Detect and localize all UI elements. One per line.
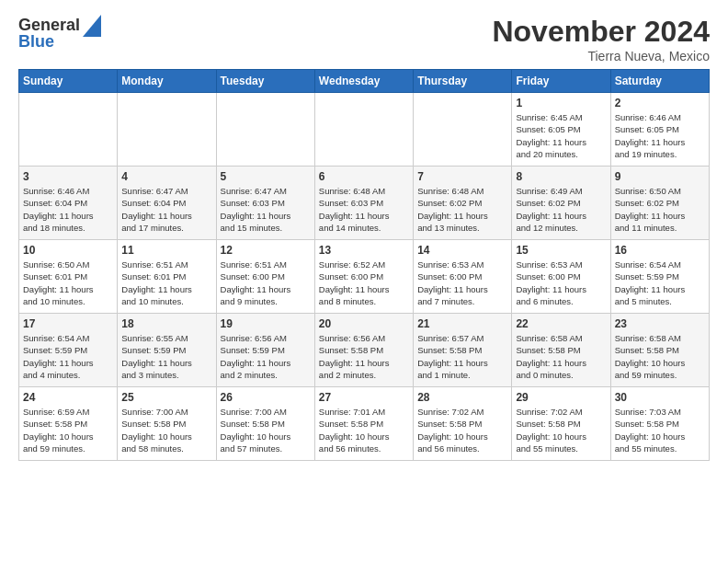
calendar-week-row: 3Sunrise: 6:46 AM Sunset: 6:04 PM Daylig… [19, 167, 710, 240]
table-row: 18Sunrise: 6:55 AM Sunset: 5:59 PM Dayli… [118, 314, 216, 387]
day-number: 26 [221, 391, 311, 404]
header-friday: Friday [512, 70, 610, 93]
day-number: 29 [516, 391, 606, 404]
table-row [216, 93, 314, 167]
day-info: Sunrise: 6:56 AM Sunset: 5:58 PM Dayligh… [319, 332, 409, 381]
table-row: 13Sunrise: 6:52 AM Sunset: 6:00 PM Dayli… [314, 240, 413, 314]
calendar-table: Sunday Monday Tuesday Wednesday Thursday… [18, 69, 710, 461]
day-number: 23 [615, 317, 705, 330]
day-number: 11 [121, 244, 211, 257]
table-row [19, 93, 118, 167]
day-number: 8 [516, 170, 606, 183]
day-info: Sunrise: 6:50 AM Sunset: 6:02 PM Dayligh… [615, 185, 705, 234]
calendar-week-row: 10Sunrise: 6:50 AM Sunset: 6:01 PM Dayli… [19, 240, 710, 314]
day-number: 27 [319, 391, 409, 404]
page: General Blue November 2024 Tierra Nueva,… [0, 0, 728, 563]
table-row: 23Sunrise: 6:58 AM Sunset: 5:58 PM Dayli… [610, 314, 709, 387]
day-info: Sunrise: 6:54 AM Sunset: 5:59 PM Dayligh… [615, 259, 705, 307]
table-row: 9Sunrise: 6:50 AM Sunset: 6:02 PM Daylig… [610, 167, 709, 240]
day-number: 7 [417, 170, 507, 183]
day-number: 14 [417, 244, 507, 257]
day-info: Sunrise: 6:54 AM Sunset: 5:59 PM Dayligh… [23, 332, 113, 381]
table-row [314, 93, 413, 167]
day-info: Sunrise: 7:02 AM Sunset: 5:58 PM Dayligh… [516, 406, 606, 454]
table-row: 5Sunrise: 6:47 AM Sunset: 6:03 PM Daylig… [216, 167, 314, 240]
header-monday: Monday [118, 70, 216, 93]
table-row: 1Sunrise: 6:45 AM Sunset: 6:05 PM Daylig… [512, 93, 610, 167]
table-row: 20Sunrise: 6:56 AM Sunset: 5:58 PM Dayli… [314, 314, 413, 387]
day-number: 30 [615, 391, 705, 404]
header-saturday: Saturday [610, 70, 709, 93]
header-tuesday: Tuesday [216, 70, 314, 93]
day-info: Sunrise: 6:56 AM Sunset: 5:59 PM Dayligh… [221, 332, 311, 381]
day-info: Sunrise: 6:48 AM Sunset: 6:02 PM Dayligh… [417, 185, 507, 234]
calendar-week-row: 17Sunrise: 6:54 AM Sunset: 5:59 PM Dayli… [19, 314, 710, 387]
day-number: 18 [121, 317, 211, 330]
day-info: Sunrise: 6:51 AM Sunset: 6:00 PM Dayligh… [221, 259, 311, 307]
day-info: Sunrise: 6:53 AM Sunset: 6:00 PM Dayligh… [417, 259, 507, 307]
day-info: Sunrise: 6:51 AM Sunset: 6:01 PM Dayligh… [121, 259, 211, 307]
table-row: 30Sunrise: 7:03 AM Sunset: 5:58 PM Dayli… [610, 387, 709, 461]
table-row: 26Sunrise: 7:00 AM Sunset: 5:58 PM Dayli… [216, 387, 314, 461]
day-info: Sunrise: 6:55 AM Sunset: 5:59 PM Dayligh… [121, 332, 211, 381]
day-number: 21 [417, 317, 507, 330]
header-thursday: Thursday [414, 70, 512, 93]
day-number: 9 [615, 170, 705, 183]
table-row: 27Sunrise: 7:01 AM Sunset: 5:58 PM Dayli… [314, 387, 413, 461]
table-row: 15Sunrise: 6:53 AM Sunset: 6:00 PM Dayli… [512, 240, 610, 314]
table-row: 8Sunrise: 6:49 AM Sunset: 6:02 PM Daylig… [512, 167, 610, 240]
table-row: 17Sunrise: 6:54 AM Sunset: 5:59 PM Dayli… [19, 314, 118, 387]
day-info: Sunrise: 6:47 AM Sunset: 6:03 PM Dayligh… [221, 185, 311, 234]
day-number: 2 [615, 97, 705, 109]
table-row [414, 93, 512, 167]
table-row: 7Sunrise: 6:48 AM Sunset: 6:02 PM Daylig… [414, 167, 512, 240]
table-row: 16Sunrise: 6:54 AM Sunset: 5:59 PM Dayli… [610, 240, 709, 314]
day-number: 19 [221, 317, 311, 330]
day-number: 1 [516, 97, 606, 109]
day-number: 5 [221, 170, 311, 183]
table-row [118, 93, 216, 167]
table-row: 2Sunrise: 6:46 AM Sunset: 6:05 PM Daylig… [610, 93, 709, 167]
table-row: 6Sunrise: 6:48 AM Sunset: 6:03 PM Daylig… [314, 167, 413, 240]
day-number: 20 [319, 317, 409, 330]
table-row: 28Sunrise: 7:02 AM Sunset: 5:58 PM Dayli… [414, 387, 512, 461]
day-info: Sunrise: 6:50 AM Sunset: 6:01 PM Dayligh… [23, 259, 113, 307]
header: General Blue November 2024 Tierra Nueva,… [18, 15, 710, 63]
day-number: 4 [121, 170, 211, 183]
day-info: Sunrise: 6:57 AM Sunset: 5:58 PM Dayligh… [417, 332, 507, 381]
day-info: Sunrise: 7:00 AM Sunset: 5:58 PM Dayligh… [121, 406, 211, 454]
day-info: Sunrise: 6:48 AM Sunset: 6:03 PM Dayligh… [319, 185, 409, 234]
title-block: November 2024 Tierra Nueva, Mexico [492, 15, 710, 63]
day-info: Sunrise: 6:59 AM Sunset: 5:58 PM Dayligh… [23, 406, 113, 454]
day-info: Sunrise: 6:58 AM Sunset: 5:58 PM Dayligh… [516, 332, 606, 381]
calendar-week-row: 24Sunrise: 6:59 AM Sunset: 5:58 PM Dayli… [19, 387, 710, 461]
day-number: 22 [516, 317, 606, 330]
day-info: Sunrise: 6:46 AM Sunset: 6:05 PM Dayligh… [615, 111, 705, 160]
day-info: Sunrise: 6:49 AM Sunset: 6:02 PM Dayligh… [516, 185, 606, 234]
table-row: 22Sunrise: 6:58 AM Sunset: 5:58 PM Dayli… [512, 314, 610, 387]
day-info: Sunrise: 6:52 AM Sunset: 6:00 PM Dayligh… [319, 259, 409, 307]
day-number: 13 [319, 244, 409, 257]
header-sunday: Sunday [19, 70, 118, 93]
day-info: Sunrise: 6:47 AM Sunset: 6:04 PM Dayligh… [121, 185, 211, 234]
day-info: Sunrise: 7:00 AM Sunset: 5:58 PM Dayligh… [221, 406, 311, 454]
day-number: 24 [23, 391, 113, 404]
table-row: 3Sunrise: 6:46 AM Sunset: 6:04 PM Daylig… [19, 167, 118, 240]
table-row: 12Sunrise: 6:51 AM Sunset: 6:00 PM Dayli… [216, 240, 314, 314]
logo-blue: Blue [18, 33, 54, 52]
day-info: Sunrise: 6:46 AM Sunset: 6:04 PM Dayligh… [23, 185, 113, 234]
table-row: 24Sunrise: 6:59 AM Sunset: 5:58 PM Dayli… [19, 387, 118, 461]
calendar-title: November 2024 [492, 15, 710, 49]
day-info: Sunrise: 6:45 AM Sunset: 6:05 PM Dayligh… [516, 111, 606, 160]
logo-triangle-icon [83, 15, 101, 37]
table-row: 4Sunrise: 6:47 AM Sunset: 6:04 PM Daylig… [118, 167, 216, 240]
day-number: 6 [319, 170, 409, 183]
day-number: 10 [23, 244, 113, 257]
calendar-subtitle: Tierra Nueva, Mexico [492, 49, 710, 63]
day-number: 17 [23, 317, 113, 330]
day-number: 3 [23, 170, 113, 183]
table-row: 11Sunrise: 6:51 AM Sunset: 6:01 PM Dayli… [118, 240, 216, 314]
day-info: Sunrise: 7:03 AM Sunset: 5:58 PM Dayligh… [615, 406, 705, 454]
table-row: 25Sunrise: 7:00 AM Sunset: 5:58 PM Dayli… [118, 387, 216, 461]
day-number: 25 [121, 391, 211, 404]
